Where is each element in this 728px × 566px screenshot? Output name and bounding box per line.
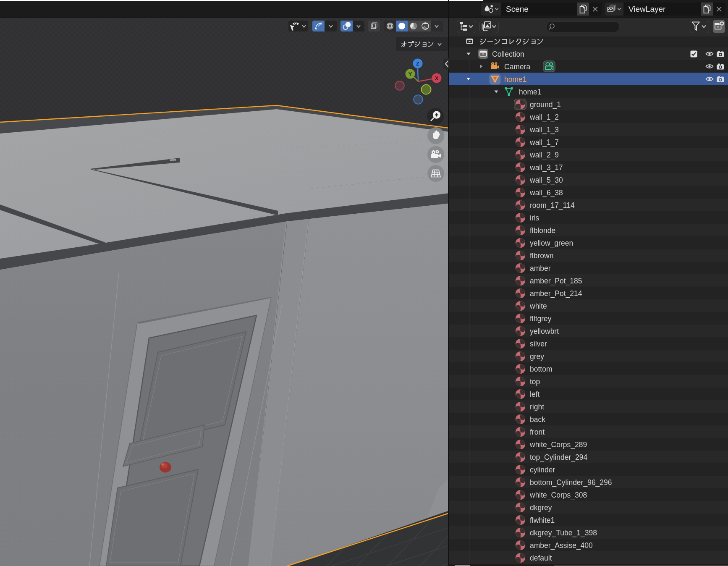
- svg-text:Y: Y: [409, 71, 412, 77]
- svg-text:X: X: [435, 75, 439, 81]
- svg-text:Z: Z: [416, 60, 419, 67]
